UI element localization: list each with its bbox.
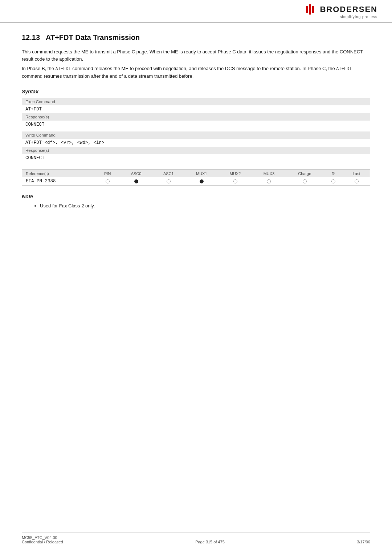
ref-col-charge: Charge [286, 170, 323, 178]
footer-confidential: Confidential / Released [22, 540, 63, 544]
footer-left: MC55_ATC_V04.00 Confidential / Released [22, 535, 63, 544]
ref-col-mux3: MUX3 [252, 170, 286, 178]
exec-command-value: AT+FDT [22, 105, 370, 113]
ref-row-mux2 [219, 177, 252, 186]
ref-col-mux1: MUX1 [185, 170, 219, 178]
section-title: 12.13 AT+FDT Data Transmission [22, 33, 370, 42]
circle-charge [303, 179, 307, 183]
ref-col-last: Last [343, 170, 370, 178]
write-command-label: Write Command [22, 131, 370, 139]
body-para1: This command requests the ME to transmit… [22, 48, 370, 63]
ref-col-pin: PIN [95, 170, 120, 178]
ref-row-pin [95, 177, 120, 186]
ref-row-last [343, 177, 370, 186]
logo-area: BRODERSEN simplifying process [306, 4, 377, 19]
ref-data-row: EIA PN-2388 [22, 177, 370, 186]
page-content: 12.13 AT+FDT Data Transmission This comm… [0, 23, 392, 224]
svg-rect-1 [309, 4, 311, 15]
write-command-value: AT+FDT=<df>, <vr>, <wd>, <ln> [22, 139, 370, 147]
logo-icon [306, 4, 318, 15]
note-label: Note [22, 194, 370, 199]
footer-page: Page 315 of 475 [195, 540, 225, 544]
ref-row-charge [286, 177, 323, 186]
ref-col-name: Reference(s) [22, 170, 95, 178]
write-response-value-row: CONNECT [22, 154, 370, 162]
circle-wireless [331, 179, 335, 183]
exec-command-header-row: Exec Command [22, 98, 370, 105]
exec-command-label: Exec Command [22, 98, 370, 105]
syntax-table: Exec Command AT+FDT Response(s) CONNECT … [22, 98, 370, 162]
ref-row-asc1 [152, 177, 185, 186]
write-response-header-row: Response(s) [22, 147, 370, 154]
write-command-header-row: Write Command [22, 131, 370, 139]
exec-response-value: CONNECT [22, 121, 370, 129]
separator-row [22, 129, 370, 131]
exec-response-value-row: CONNECT [22, 121, 370, 129]
page-footer: MC55_ATC_V04.00 Confidential / Released … [22, 532, 370, 544]
circle-mux2 [233, 179, 237, 183]
circle-pin [106, 179, 110, 183]
page-header: BRODERSEN simplifying process [0, 0, 392, 23]
exec-response-label: Response(s) [22, 113, 370, 121]
ref-col-wireless: ⚙ [323, 170, 343, 178]
circle-mux3 [267, 179, 271, 183]
reference-table: Reference(s) PIN ASC0 ASC1 MUX1 MUX2 MUX… [22, 169, 370, 186]
ref-col-asc0: ASC0 [120, 170, 152, 178]
logo-sub: simplifying process [340, 15, 377, 19]
ref-row-mux3 [252, 177, 286, 186]
svg-rect-2 [312, 6, 314, 13]
write-response-label: Response(s) [22, 147, 370, 154]
ref-row-asc0 [120, 177, 152, 186]
circle-asc1 [167, 179, 171, 183]
note-item-1: Used for Fax Class 2 only. [40, 202, 370, 210]
ref-col-mux2: MUX2 [219, 170, 252, 178]
ref-row-wireless [323, 177, 343, 186]
body-para2: In Phase B, the AT+FDT command releases … [22, 65, 370, 80]
ref-row-mux1 [185, 177, 219, 186]
footer-doc-id: MC55_ATC_V04.00 [22, 535, 63, 540]
footer-date: 3/17/06 [357, 540, 370, 544]
ref-row-name: EIA PN-2388 [22, 177, 95, 186]
ref-header-row: Reference(s) PIN ASC0 ASC1 MUX1 MUX2 MUX… [22, 170, 370, 178]
circle-mux1 [200, 179, 204, 183]
circle-last [355, 179, 359, 183]
circle-asc0 [134, 179, 138, 183]
exec-command-value-row: AT+FDT [22, 105, 370, 113]
note-list: Used for Fax Class 2 only. [33, 202, 370, 210]
ref-col-asc1: ASC1 [152, 170, 185, 178]
syntax-label: Syntax [22, 89, 370, 94]
write-command-value-row: AT+FDT=<df>, <vr>, <wd>, <ln> [22, 139, 370, 147]
write-response-value: CONNECT [22, 154, 370, 162]
svg-rect-0 [306, 6, 308, 13]
logo-name: BRODERSEN [320, 5, 377, 14]
exec-response-header-row: Response(s) [22, 113, 370, 121]
